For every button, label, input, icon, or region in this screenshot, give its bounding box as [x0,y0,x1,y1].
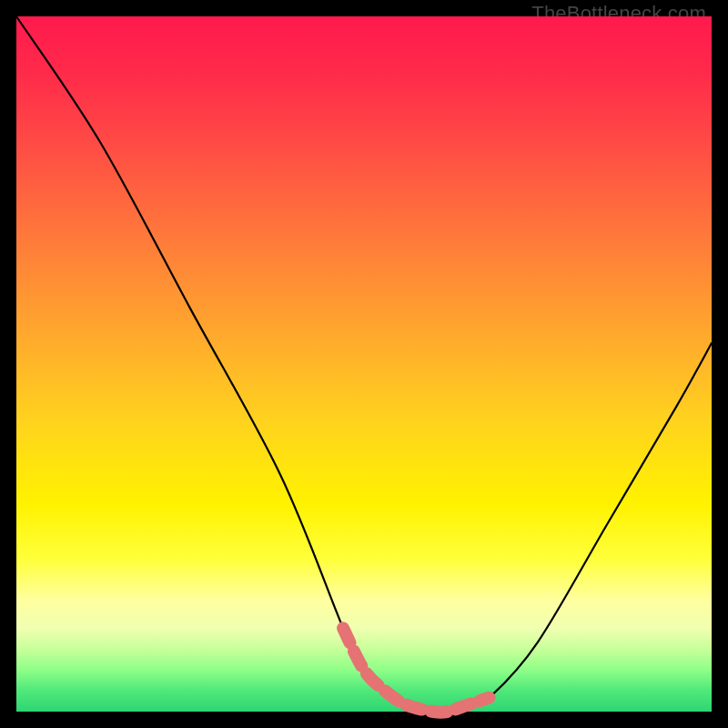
marker-segment-line [343,628,489,713]
chart-plot-area [16,16,712,712]
bottleneck-curve-line [16,16,712,713]
chart-svg [16,16,712,712]
